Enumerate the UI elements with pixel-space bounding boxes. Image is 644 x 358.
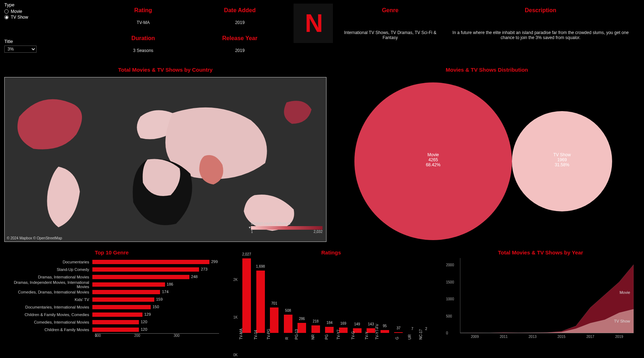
map-legend-title: Distinct count of Show Id — [251, 221, 323, 225]
ratings-bar[interactable] — [380, 330, 389, 333]
genre-label: Genre — [340, 7, 440, 14]
genre-label: Children & Family Movies — [4, 328, 92, 332]
genre-value: 159 — [156, 297, 163, 301]
world-map[interactable]: Distinct count of Show Id ▾ 1 2,032 © 20… — [4, 77, 326, 242]
genre-row: Comedies, Dramas, International Movies17… — [4, 288, 219, 296]
ratings-value: 218 — [311, 319, 320, 323]
ratings-value: 149 — [353, 322, 362, 326]
type-radio-tvshow[interactable]: TV Show — [4, 15, 28, 20]
ratings-col: 286PG-13 — [297, 323, 306, 333]
ratings-bar[interactable] — [284, 314, 293, 333]
ratings-cat: TV-Y7-FV — [375, 324, 379, 340]
genre-bar[interactable] — [92, 320, 139, 325]
genre-row: Documentaries, International Movies150 — [4, 303, 219, 311]
ratings-cat: NC-17 — [419, 329, 423, 340]
dist-tvshow-pct: 31.58% — [541, 162, 584, 167]
top-genre-title: Top 10 Genre — [4, 249, 219, 256]
genre-row: Documentaries299 — [4, 258, 219, 266]
ratings-bar[interactable] — [297, 323, 306, 333]
genre-bar[interactable] — [92, 282, 165, 287]
year-label-tvshow: TV Show — [614, 319, 630, 323]
duration-label: Duration — [107, 35, 179, 42]
dist-movie-value: 4265 — [412, 157, 455, 162]
date-added-value: 2019 — [200, 20, 279, 25]
ratings-col: 508R — [284, 314, 293, 333]
ratings-value: 143 — [366, 322, 376, 326]
genre-bar[interactable] — [92, 305, 151, 310]
ratings-col: 149TV-G — [353, 328, 362, 333]
ratings-bar[interactable] — [325, 326, 334, 333]
ratings-bar[interactable] — [394, 332, 403, 333]
ratings-col: 2,027TV-MA — [242, 258, 251, 333]
ratings-chart[interactable]: 0K1K2K 2,027TV-MA1,698TV-14701TV-PG508R2… — [226, 258, 437, 355]
type-option-label: Movie — [11, 9, 22, 14]
ratings-cat: PG-13 — [295, 329, 299, 340]
ratings-bar[interactable] — [270, 307, 279, 333]
map-legend-min: 1 — [251, 230, 253, 234]
genre-value: 174 — [162, 290, 168, 294]
ratings-bar[interactable] — [242, 258, 251, 333]
genre-bar[interactable] — [92, 290, 160, 295]
year-title: Total Movies & TV Shows by Year — [444, 249, 637, 256]
ratings-col: 95TV-Y7-FV — [380, 330, 389, 333]
genre-value: 129 — [144, 312, 151, 316]
rating-label: Rating — [107, 7, 179, 14]
genre-value: 150 — [152, 305, 159, 309]
ratings-col: 184PG — [325, 326, 334, 333]
type-option-label: TV Show — [11, 15, 28, 20]
genre-row: Dramas, Independent Movies, Internationa… — [4, 281, 219, 288]
genre-value: 248 — [191, 275, 198, 279]
ratings-cat: TV-Y — [365, 331, 369, 339]
radio-icon — [4, 9, 9, 14]
map-svg — [5, 77, 326, 242]
ratings-col: 701TV-PG — [270, 307, 279, 333]
map-legend: Distinct count of Show Id ▾ 1 2,032 — [251, 221, 323, 234]
year-chart[interactable]: 0500100015002000200920112013201520172019… — [444, 258, 637, 355]
genre-bar[interactable] — [92, 259, 210, 264]
genre-bar[interactable] — [92, 312, 143, 317]
ratings-bar[interactable] — [421, 333, 431, 333]
ratings-col: 37G — [394, 332, 403, 333]
map-attribution: © 2024 Mapbox © OpenStreetMap — [7, 236, 62, 240]
radio-icon — [4, 15, 9, 19]
top-genre-chart[interactable]: Documentaries299Stand-Up Comedy273Dramas… — [4, 258, 219, 355]
ratings-cat: NR — [311, 334, 315, 339]
genre-row: Kids' TV159 — [4, 296, 219, 303]
ratings-cat: TV-G — [351, 331, 355, 339]
dist-movie-name: Movie — [412, 152, 455, 157]
ratings-bar[interactable] — [311, 325, 320, 333]
genre-label: Comedies, International Movies — [4, 320, 92, 324]
ratings-value: 7 — [408, 327, 417, 331]
genre-label: Documentaries — [4, 260, 92, 264]
ratings-value: 2,027 — [242, 252, 251, 256]
genre-bar[interactable] — [92, 267, 199, 272]
genre-value: 120 — [141, 320, 147, 324]
map-legend-max: 2,032 — [314, 230, 323, 234]
genre-label: Documentaries, International Movies — [4, 305, 92, 309]
distribution-chart[interactable]: Movie 4265 68.42% TV Show 1969 31.58% — [340, 75, 634, 244]
genre-bar[interactable] — [92, 327, 139, 332]
genre-bar[interactable] — [92, 297, 155, 302]
genre-value: 299 — [211, 259, 218, 264]
ratings-bar[interactable] — [408, 333, 417, 333]
genre-label: Kids' TV — [4, 297, 92, 302]
ratings-col: 2NC-17 — [421, 333, 431, 333]
type-radio-movie[interactable]: Movie — [4, 9, 28, 14]
dist-tvshow-name: TV Show — [541, 152, 584, 157]
title-select[interactable]: 3% — [4, 46, 37, 53]
title-filter-label: Title — [4, 39, 37, 44]
genre-bar[interactable] — [92, 275, 190, 280]
year-label-movie: Movie — [620, 290, 630, 295]
ratings-value: 508 — [284, 309, 293, 312]
genre-row: Stand-Up Comedy273 — [4, 266, 219, 273]
rating-value: TV-MA — [107, 20, 179, 25]
ratings-value: 1,698 — [256, 264, 265, 268]
ratings-title: Ratings — [226, 249, 437, 256]
ratings-bar[interactable] — [256, 270, 265, 333]
ratings-col: 218NR — [311, 325, 320, 333]
ratings-cat: TV-Y7 — [336, 330, 340, 340]
ratings-col: 7UR — [408, 333, 417, 333]
genre-label: Children & Family Movies, Comedies — [4, 312, 92, 317]
dist-movie-pct: 68.42% — [412, 162, 455, 167]
ratings-cat: TV-14 — [254, 330, 258, 340]
